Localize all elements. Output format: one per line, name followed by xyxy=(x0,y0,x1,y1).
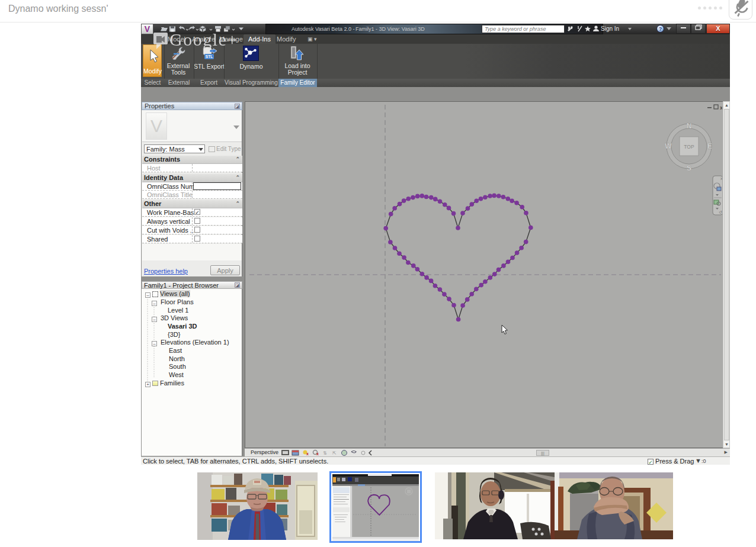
svg-text:Sign In: Sign In xyxy=(601,25,619,32)
svg-text:Google+: Google+ xyxy=(169,30,238,49)
svg-text:STL: STL xyxy=(206,54,213,59)
svg-text:x: x xyxy=(720,105,722,111)
svg-text:⇅: ⇅ xyxy=(323,451,327,456)
svg-text:E: E xyxy=(707,142,712,150)
svg-text:N: N xyxy=(687,122,692,130)
svg-text:x: x xyxy=(306,452,309,456)
svg-text:x: x xyxy=(720,176,722,181)
svg-text:TOP: TOP xyxy=(684,144,694,150)
svg-text:↺: ↺ xyxy=(719,210,722,214)
svg-text:⇱: ⇱ xyxy=(332,451,337,456)
svg-text:S: S xyxy=(687,164,691,172)
svg-text:x: x xyxy=(316,452,319,456)
svg-text:W: W xyxy=(665,142,672,150)
